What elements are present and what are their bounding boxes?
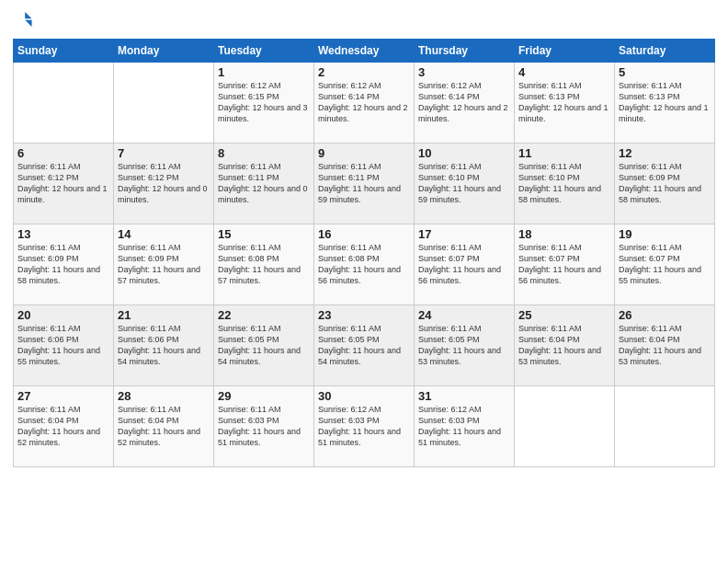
day-number: 28 [118, 389, 210, 403]
logo [13, 9, 35, 33]
day-number: 13 [17, 227, 109, 241]
day-number: 2 [318, 65, 410, 79]
day-number: 16 [318, 227, 410, 241]
day-cell [114, 63, 214, 144]
day-info: Sunrise: 6:11 AM Sunset: 6:04 PM Dayligh… [118, 404, 210, 449]
day-cell: 2Sunrise: 6:12 AM Sunset: 6:14 PM Daylig… [314, 63, 415, 144]
day-cell: 5Sunrise: 6:11 AM Sunset: 6:13 PM Daylig… [615, 63, 715, 144]
day-info: Sunrise: 6:11 AM Sunset: 6:04 PM Dayligh… [518, 323, 610, 368]
day-cell: 1Sunrise: 6:12 AM Sunset: 6:15 PM Daylig… [214, 63, 314, 144]
day-info: Sunrise: 6:11 AM Sunset: 6:07 PM Dayligh… [619, 242, 711, 287]
day-info: Sunrise: 6:11 AM Sunset: 6:07 PM Dayligh… [418, 242, 510, 287]
day-cell: 15Sunrise: 6:11 AM Sunset: 6:08 PM Dayli… [214, 224, 314, 305]
day-info: Sunrise: 6:12 AM Sunset: 6:15 PM Dayligh… [218, 80, 310, 125]
day-cell: 22Sunrise: 6:11 AM Sunset: 6:05 PM Dayli… [214, 305, 314, 386]
day-cell: 3Sunrise: 6:12 AM Sunset: 6:14 PM Daylig… [415, 63, 515, 144]
week-row-3: 13Sunrise: 6:11 AM Sunset: 6:09 PM Dayli… [14, 224, 715, 305]
day-number: 29 [218, 389, 310, 403]
day-info: Sunrise: 6:11 AM Sunset: 6:03 PM Dayligh… [218, 404, 310, 449]
day-cell [615, 386, 715, 467]
weekday-header-row: SundayMondayTuesdayWednesdayThursdayFrid… [14, 40, 715, 63]
day-cell: 21Sunrise: 6:11 AM Sunset: 6:06 PM Dayli… [114, 305, 214, 386]
weekday-header-wednesday: Wednesday [314, 40, 415, 63]
day-cell: 13Sunrise: 6:11 AM Sunset: 6:09 PM Dayli… [14, 224, 114, 305]
day-info: Sunrise: 6:11 AM Sunset: 6:13 PM Dayligh… [518, 80, 610, 125]
day-number: 9 [318, 146, 410, 160]
day-number: 15 [218, 227, 310, 241]
day-cell: 20Sunrise: 6:11 AM Sunset: 6:06 PM Dayli… [14, 305, 114, 386]
day-cell: 23Sunrise: 6:11 AM Sunset: 6:05 PM Dayli… [314, 305, 415, 386]
week-row-4: 20Sunrise: 6:11 AM Sunset: 6:06 PM Dayli… [14, 305, 715, 386]
day-number: 5 [619, 65, 711, 79]
day-number: 3 [418, 65, 510, 79]
day-info: Sunrise: 6:11 AM Sunset: 6:12 PM Dayligh… [17, 161, 109, 206]
day-info: Sunrise: 6:11 AM Sunset: 6:05 PM Dayligh… [218, 323, 310, 368]
day-cell: 27Sunrise: 6:11 AM Sunset: 6:04 PM Dayli… [14, 386, 114, 467]
day-cell: 19Sunrise: 6:11 AM Sunset: 6:07 PM Dayli… [615, 224, 715, 305]
day-info: Sunrise: 6:11 AM Sunset: 6:08 PM Dayligh… [218, 242, 310, 287]
day-number: 14 [118, 227, 210, 241]
day-number: 31 [418, 389, 510, 403]
day-cell: 25Sunrise: 6:11 AM Sunset: 6:04 PM Dayli… [515, 305, 615, 386]
day-info: Sunrise: 6:12 AM Sunset: 6:14 PM Dayligh… [418, 80, 510, 125]
weekday-header-sunday: Sunday [14, 40, 114, 63]
day-number: 21 [118, 308, 210, 322]
day-info: Sunrise: 6:11 AM Sunset: 6:06 PM Dayligh… [118, 323, 210, 368]
day-cell: 6Sunrise: 6:11 AM Sunset: 6:12 PM Daylig… [14, 144, 114, 224]
day-number: 24 [418, 308, 510, 322]
day-number: 8 [218, 146, 310, 160]
day-info: Sunrise: 6:12 AM Sunset: 6:14 PM Dayligh… [318, 80, 410, 125]
day-number: 11 [518, 146, 610, 160]
day-info: Sunrise: 6:11 AM Sunset: 6:12 PM Dayligh… [118, 161, 210, 206]
day-number: 23 [318, 308, 410, 322]
day-cell: 12Sunrise: 6:11 AM Sunset: 6:09 PM Dayli… [615, 144, 715, 224]
day-cell: 4Sunrise: 6:11 AM Sunset: 6:13 PM Daylig… [515, 63, 615, 144]
day-info: Sunrise: 6:11 AM Sunset: 6:09 PM Dayligh… [118, 242, 210, 287]
day-cell: 26Sunrise: 6:11 AM Sunset: 6:04 PM Dayli… [615, 305, 715, 386]
day-number: 4 [518, 65, 610, 79]
calendar-table: SundayMondayTuesdayWednesdayThursdayFrid… [13, 39, 715, 467]
logo-icon [13, 9, 33, 29]
weekday-header-thursday: Thursday [415, 40, 515, 63]
day-cell: 18Sunrise: 6:11 AM Sunset: 6:07 PM Dayli… [515, 224, 615, 305]
day-info: Sunrise: 6:12 AM Sunset: 6:03 PM Dayligh… [418, 404, 510, 449]
day-info: Sunrise: 6:11 AM Sunset: 6:09 PM Dayligh… [619, 161, 711, 206]
day-info: Sunrise: 6:11 AM Sunset: 6:11 PM Dayligh… [218, 161, 310, 206]
day-number: 30 [318, 389, 410, 403]
day-info: Sunrise: 6:11 AM Sunset: 6:10 PM Dayligh… [418, 161, 510, 206]
day-info: Sunrise: 6:11 AM Sunset: 6:07 PM Dayligh… [518, 242, 610, 287]
day-number: 1 [218, 65, 310, 79]
week-row-2: 6Sunrise: 6:11 AM Sunset: 6:12 PM Daylig… [14, 144, 715, 224]
day-info: Sunrise: 6:11 AM Sunset: 6:05 PM Dayligh… [318, 323, 410, 368]
day-info: Sunrise: 6:11 AM Sunset: 6:04 PM Dayligh… [17, 404, 109, 449]
weekday-header-tuesday: Tuesday [214, 40, 314, 63]
weekday-header-monday: Monday [114, 40, 214, 63]
day-number: 19 [619, 227, 711, 241]
weekday-header-friday: Friday [515, 40, 615, 63]
day-info: Sunrise: 6:11 AM Sunset: 6:11 PM Dayligh… [318, 161, 410, 206]
day-cell [14, 63, 114, 144]
day-info: Sunrise: 6:11 AM Sunset: 6:09 PM Dayligh… [17, 242, 109, 287]
weekday-header-saturday: Saturday [615, 40, 715, 63]
week-row-1: 1Sunrise: 6:12 AM Sunset: 6:15 PM Daylig… [14, 63, 715, 144]
day-number: 27 [17, 389, 109, 403]
day-info: Sunrise: 6:11 AM Sunset: 6:08 PM Dayligh… [318, 242, 410, 287]
svg-marker-1 [25, 20, 31, 27]
day-cell: 10Sunrise: 6:11 AM Sunset: 6:10 PM Dayli… [415, 144, 515, 224]
day-number: 25 [518, 308, 610, 322]
day-cell: 24Sunrise: 6:11 AM Sunset: 6:05 PM Dayli… [415, 305, 515, 386]
day-info: Sunrise: 6:12 AM Sunset: 6:03 PM Dayligh… [318, 404, 410, 449]
day-number: 18 [518, 227, 610, 241]
day-info: Sunrise: 6:11 AM Sunset: 6:06 PM Dayligh… [17, 323, 109, 368]
day-number: 26 [619, 308, 711, 322]
day-info: Sunrise: 6:11 AM Sunset: 6:10 PM Dayligh… [518, 161, 610, 206]
day-number: 20 [17, 308, 109, 322]
day-number: 22 [218, 308, 310, 322]
day-info: Sunrise: 6:11 AM Sunset: 6:04 PM Dayligh… [619, 323, 711, 368]
day-number: 17 [418, 227, 510, 241]
day-cell: 31Sunrise: 6:12 AM Sunset: 6:03 PM Dayli… [415, 386, 515, 467]
day-info: Sunrise: 6:11 AM Sunset: 6:05 PM Dayligh… [418, 323, 510, 368]
header [13, 9, 715, 33]
page: SundayMondayTuesdayWednesdayThursdayFrid… [0, 0, 728, 563]
day-cell: 7Sunrise: 6:11 AM Sunset: 6:12 PM Daylig… [114, 144, 214, 224]
